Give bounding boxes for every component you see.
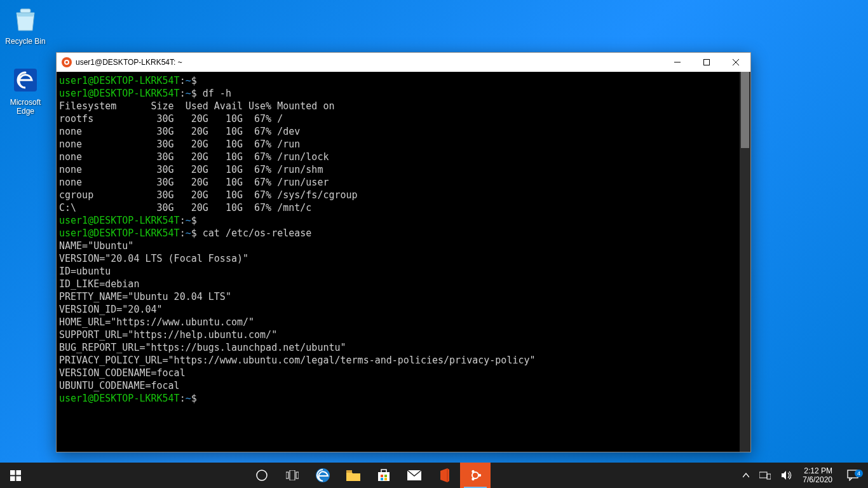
terminal-output-line: none 30G 20G 10G 67% /run/user <box>59 176 747 189</box>
svg-rect-21 <box>384 475 387 477</box>
prompt-user: user1@DESKTOP-LKRK54T <box>59 215 180 226</box>
terminal-prompt-line: user1@DESKTOP-LKRK54T:~$ <box>59 214 747 227</box>
svg-rect-31 <box>767 474 771 479</box>
terminal-output-line: SUPPORT_URL="https://help.ubuntu.com/" <box>59 329 747 341</box>
svg-rect-18 <box>378 472 390 481</box>
terminal-prompt-line: user1@DESKTOP-LKRK54T:~$ <box>59 74 747 87</box>
taskbar-ubuntu-button[interactable] <box>460 463 491 488</box>
terminal-output-line: UBUNTU_CODENAME=focal <box>59 379 747 392</box>
svg-rect-10 <box>10 476 15 481</box>
prompt-user: user1@DESKTOP-LKRK54T <box>59 88 180 99</box>
prompt-user: user1@DESKTOP-LKRK54T <box>59 227 180 239</box>
terminal-output-line: Filesystem Size Used Avail Use% Mounted … <box>59 100 747 112</box>
desktop-icon-recycle-bin[interactable]: Recycle Bin <box>1 4 50 46</box>
tray-volume-icon[interactable] <box>776 463 797 488</box>
recycle-bin-icon <box>10 4 41 34</box>
terminal-output-line: cgroup 30G 20G 10G 67% /sys/fs/cgroup <box>59 189 747 201</box>
terminal-window: user1@DESKTOP-LKRK54T: ~ user1@DESKTOP-L… <box>56 52 751 452</box>
tray-network-icon[interactable] <box>754 463 776 488</box>
terminal-output-line: rootfs 30G 20G 10G 67% / <box>59 112 747 125</box>
prompt-path: ~ <box>186 227 191 239</box>
terminal-command: df -h <box>203 88 231 99</box>
window-minimize-button[interactable] <box>663 53 692 72</box>
svg-rect-22 <box>381 478 383 480</box>
terminal-output-line: none 30G 20G 10G 67% /run/lock <box>59 151 747 163</box>
prompt-user: user1@DESKTOP-LKRK54T <box>59 393 180 404</box>
prompt-user: user1@DESKTOP-LKRK54T <box>59 75 180 86</box>
window-title: user1@DESKTOP-LKRK54T: ~ <box>76 58 182 67</box>
terminal-output-line: VERSION_ID="20.04" <box>59 303 747 316</box>
notification-badge: 4 <box>855 470 863 477</box>
edge-icon <box>10 65 41 95</box>
prompt-path: ~ <box>186 88 191 99</box>
terminal-output-line: none 30G 20G 10G 67% /run/shm <box>59 163 747 176</box>
terminal-output-line: none 30G 20G 10G 67% /dev <box>59 125 747 138</box>
terminal-output-line: PRIVACY_POLICY_URL="https://www.ubuntu.c… <box>59 354 747 367</box>
prompt-path: ~ <box>186 75 191 86</box>
terminal-prompt-line: user1@DESKTOP-LKRK54T:~$ cat /etc/os-rel… <box>59 227 747 240</box>
svg-point-28 <box>471 470 474 473</box>
start-button[interactable] <box>0 463 31 488</box>
window-close-button[interactable] <box>721 53 750 72</box>
prompt-path: ~ <box>186 393 191 404</box>
taskbar-taskview-button[interactable] <box>277 463 308 488</box>
terminal-output-line: BUG_REPORT_URL="https://bugs.launchpad.n… <box>59 341 747 354</box>
desktop-icon-label: Recycle Bin <box>1 37 50 46</box>
terminal-output-line: PRETTY_NAME="Ubuntu 20.04 LTS" <box>59 290 747 303</box>
taskbar-store-button[interactable] <box>369 463 399 488</box>
svg-rect-11 <box>16 476 21 481</box>
svg-rect-8 <box>10 470 15 475</box>
taskbar-office-button[interactable] <box>430 463 460 488</box>
terminal-command: cat /etc/os-release <box>203 227 312 239</box>
svg-point-12 <box>257 470 267 480</box>
terminal-output-line: C:\ 30G 20G 10G 67% /mnt/c <box>59 201 747 214</box>
prompt-path: ~ <box>186 215 191 226</box>
svg-rect-15 <box>296 472 299 478</box>
svg-rect-14 <box>290 470 295 480</box>
svg-rect-13 <box>286 472 288 478</box>
svg-rect-19 <box>381 470 386 473</box>
taskbar-mail-button[interactable] <box>399 463 430 488</box>
svg-rect-5 <box>704 60 710 65</box>
clock-time: 2:12 PM <box>803 466 832 475</box>
taskbar-file-explorer-button[interactable] <box>338 463 369 488</box>
terminal-prompt-line: user1@DESKTOP-LKRK54T:~$ df -h <box>59 87 747 100</box>
terminal-body[interactable]: user1@DESKTOP-LKRK54T:~$ user1@DESKTOP-L… <box>57 72 750 452</box>
window-maximize-button[interactable] <box>692 53 721 72</box>
svg-point-3 <box>65 61 68 64</box>
terminal-output-line: ID=ubuntu <box>59 265 747 278</box>
terminal-output-line: VERSION="20.04 LTS (Focal Fossa)" <box>59 252 747 265</box>
tray-chevron-up-icon[interactable] <box>738 463 754 488</box>
svg-rect-9 <box>16 470 21 475</box>
svg-rect-0 <box>20 9 31 13</box>
taskbar-edge-button[interactable] <box>308 463 338 488</box>
terminal-prompt-line: user1@DESKTOP-LKRK54T:~$ <box>59 392 747 405</box>
taskbar-notifications-button[interactable]: 4 <box>837 470 868 481</box>
svg-rect-17 <box>346 470 352 473</box>
taskbar-cortana-button[interactable] <box>247 463 277 488</box>
window-titlebar[interactable]: user1@DESKTOP-LKRK54T: ~ <box>57 53 750 72</box>
svg-rect-23 <box>384 478 387 480</box>
svg-rect-20 <box>381 475 383 477</box>
scrollbar-thumb[interactable] <box>741 72 749 148</box>
terminal-output-line: VERSION_CODENAME=focal <box>59 367 747 379</box>
svg-rect-30 <box>759 472 767 478</box>
taskbar-clock[interactable]: 2:12 PM 7/6/2020 <box>797 466 837 484</box>
terminal-output-line: NAME="Ubuntu" <box>59 240 747 252</box>
ubuntu-icon <box>62 57 72 67</box>
desktop-icon-label: Microsoft Edge <box>1 98 50 116</box>
terminal-output-line: none 30G 20G 10G 67% /run <box>59 138 747 151</box>
terminal-scrollbar[interactable] <box>740 72 750 452</box>
svg-point-29 <box>471 478 474 480</box>
terminal-output-line: HOME_URL="https://www.ubuntu.com/" <box>59 316 747 329</box>
taskbar: 2:12 PM 7/6/2020 4 <box>0 463 868 488</box>
desktop-icon-edge[interactable]: Microsoft Edge <box>1 65 50 116</box>
svg-point-27 <box>478 474 481 477</box>
clock-date: 7/6/2020 <box>803 475 832 484</box>
terminal-output-line: ID_LIKE=debian <box>59 278 747 290</box>
